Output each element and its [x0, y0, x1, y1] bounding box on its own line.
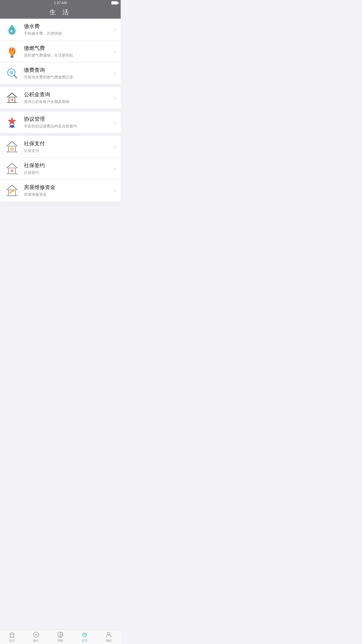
water-fee-item[interactable]: 缴水费 手机缴水费、方便快捷 › [0, 19, 121, 41]
sep-1 [0, 84, 121, 87]
provident-fund-title: 公积金查询 [24, 91, 114, 98]
social-sign-content: 社保签约 社保签约 [24, 162, 114, 175]
house-repair-chevron: › [114, 188, 116, 194]
provident-fund-chevron: › [114, 95, 116, 101]
house-repair-subtitle: 房屋维修资金 [24, 192, 114, 197]
status-bar: 1:37 AM [0, 0, 121, 6]
social-sign-item[interactable]: 社保签约 社保签约 › [0, 158, 121, 180]
house-repair-content: 房屋维修资金 房屋维修资金 [24, 184, 114, 197]
water-icon [5, 22, 19, 37]
social-pay-title: 社保支付 [24, 140, 114, 147]
social-pay-item[interactable]: ¥ 社保支付 社保支付 › [0, 136, 121, 158]
social-sign-icon [5, 161, 19, 176]
social-pay-content: 社保支付 社保支付 [24, 140, 114, 153]
agreement-icon [5, 115, 19, 130]
agreement-mgmt-item[interactable]: 协议管理 丰富的协议缴费品种及自助签约 › [0, 111, 121, 133]
provident-section: 公积金查询 查询公积金账户余额及明细 › [0, 87, 121, 108]
social-pay-chevron: › [114, 144, 116, 150]
agreement-mgmt-title: 协议管理 [24, 116, 114, 123]
fee-query-chevron: › [114, 70, 116, 76]
fee-query-subtitle: 可查询水费和燃气费缴费记录 [24, 75, 114, 80]
sep-2 [0, 108, 121, 111]
gas-fee-title: 缴燃气费 [24, 45, 114, 52]
water-fee-title: 缴水费 [24, 23, 114, 30]
sep-4 [0, 201, 121, 207]
agreement-mgmt-subtitle: 丰富的协议缴费品种及自助签约 [24, 124, 114, 129]
gas-fee-item[interactable]: 缴燃气费 居民燃气费缴纳，生活更轻松 › [0, 41, 121, 62]
provident-fund-content: 公积金查询 查询公积金账户余额及明细 [24, 91, 114, 104]
house-repair-title: 房屋维修资金 [24, 184, 114, 191]
svg-point-13 [12, 101, 12, 101]
nav-title: 生 活 [50, 8, 71, 17]
social-sign-subtitle: 社保签约 [24, 170, 114, 175]
gas-fee-content: 缴燃气费 居民燃气费缴纳，生活更轻松 [24, 45, 114, 58]
svg-point-8 [11, 72, 12, 73]
social-section: ¥ 社保支付 社保支付 › 社保签约 [0, 136, 121, 201]
battery-icon [111, 1, 118, 5]
main-content: 缴水费 手机缴水费、方便快捷 › 缴燃气费 居民燃气费缴纳，生活更轻松 › [0, 19, 121, 221]
social-pay-icon: ¥ [5, 139, 19, 154]
house-repair-item[interactable]: 房屋维修资金 房屋维修资金 › [0, 180, 121, 201]
fee-query-title: 缴费查询 [24, 66, 114, 74]
fee-query-item[interactable]: 缴费查询 可查询水费和燃气费缴费记录 › [0, 62, 121, 84]
agreement-mgmt-chevron: › [114, 119, 116, 125]
water-fee-subtitle: 手机缴水费、方便快捷 [24, 31, 114, 36]
social-sign-title: 社保签约 [24, 162, 114, 169]
fee-query-content: 缴费查询 可查询水费和燃气费缴费记录 [24, 66, 114, 80]
svg-text:¥: ¥ [11, 148, 13, 150]
provident-fund-item[interactable]: 公积金查询 查询公积金账户余额及明细 › [0, 87, 121, 108]
social-pay-subtitle: 社保支付 [24, 148, 114, 153]
sep-3 [0, 133, 121, 136]
fee-query-icon [5, 66, 19, 80]
utilities-section: 缴水费 手机缴水费、方便快捷 › 缴燃气费 居民燃气费缴纳，生活更轻松 › [0, 19, 121, 84]
house-repair-icon [5, 183, 19, 198]
svg-line-28 [10, 193, 11, 194]
svg-point-25 [12, 172, 12, 172]
water-fee-content: 缴水费 手机缴水费、方便快捷 [24, 23, 114, 36]
water-fee-chevron: › [114, 27, 116, 33]
svg-point-16 [10, 119, 14, 123]
social-sign-chevron: › [114, 166, 116, 172]
svg-line-9 [14, 76, 17, 78]
gas-icon [5, 44, 19, 59]
gas-fee-chevron: › [114, 48, 116, 55]
provident-fund-subtitle: 查询公积金账户余额及明细 [24, 99, 114, 104]
provident-icon [5, 90, 19, 105]
nav-bar: 生 活 [0, 6, 121, 19]
status-time: 1:37 AM [54, 1, 67, 5]
agreement-section: 协议管理 丰富的协议缴费品种及自助签约 › [0, 111, 121, 133]
agreement-mgmt-content: 协议管理 丰富的协议缴费品种及自助签约 [24, 116, 114, 129]
gas-fee-subtitle: 居民燃气费缴纳，生活更轻松 [24, 53, 114, 58]
